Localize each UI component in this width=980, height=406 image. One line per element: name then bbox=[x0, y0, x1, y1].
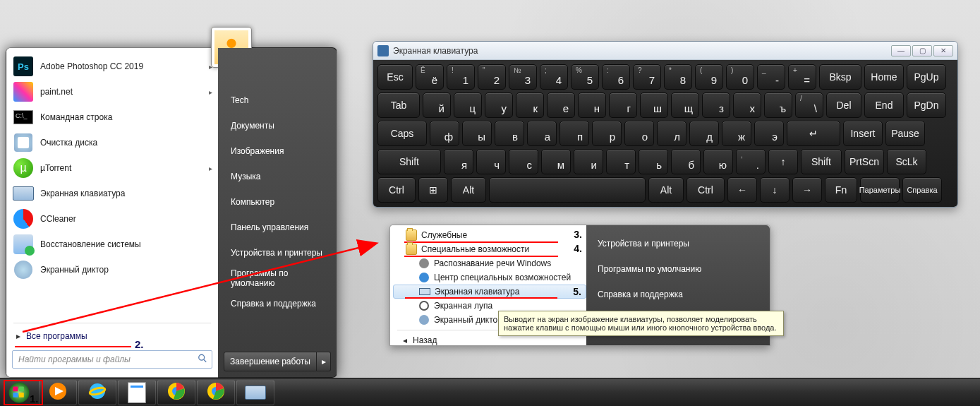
start-app-7[interactable]: Восстановление системы bbox=[8, 232, 217, 257]
start-right-3[interactable]: Музыка bbox=[224, 164, 331, 189]
program-item-3[interactable]: Центр специальных возможностей bbox=[393, 270, 586, 285]
key-к[interactable]: к bbox=[516, 92, 544, 118]
key-м[interactable]: м bbox=[541, 149, 571, 174]
key-↓[interactable]: ↓ bbox=[760, 177, 790, 203]
key-Pause[interactable]: Pause bbox=[885, 121, 925, 146]
minimize-button[interactable]: — bbox=[891, 45, 911, 56]
key-д[interactable]: д bbox=[689, 121, 719, 146]
program-item-2[interactable]: Распознавание речи Windows bbox=[393, 256, 586, 270]
key-=[interactable]: += bbox=[788, 64, 816, 90]
key-х[interactable]: х bbox=[733, 92, 761, 118]
key-и[interactable]: и bbox=[574, 149, 603, 174]
key-Параметры[interactable]: Параметры bbox=[860, 177, 900, 203]
key-щ[interactable]: щ bbox=[671, 92, 699, 118]
key-в[interactable]: в bbox=[495, 121, 524, 146]
key-⊞[interactable]: ⊞ bbox=[418, 177, 448, 203]
start-app-5[interactable]: Экранная клавиатура bbox=[8, 181, 217, 206]
key-2[interactable]: "2 bbox=[478, 64, 506, 90]
key-о[interactable]: о bbox=[624, 121, 654, 146]
program-item-4[interactable]: Экранная клавиатура5. bbox=[393, 285, 586, 299]
key-ы[interactable]: ы bbox=[462, 121, 492, 146]
sm2-right-2[interactable]: Справка и поддержка bbox=[592, 282, 764, 307]
key-End[interactable]: End bbox=[864, 92, 904, 118]
key-7[interactable]: ?7 bbox=[633, 64, 661, 90]
key-PgDn[interactable]: PgDn bbox=[907, 92, 946, 118]
key-Shift[interactable]: Shift bbox=[377, 149, 441, 174]
key-.[interactable]: ,. bbox=[736, 149, 766, 174]
key-а[interactable]: а bbox=[527, 121, 557, 146]
key-ъ[interactable]: ъ bbox=[764, 92, 792, 118]
key-Ctrl[interactable]: Ctrl bbox=[686, 177, 725, 203]
start-right-7[interactable]: Программы по умолчанию bbox=[224, 265, 331, 291]
start-app-2[interactable]: C:\_Командная строка bbox=[8, 105, 217, 130]
key-ScLk[interactable]: ScLk bbox=[887, 149, 926, 174]
key-Esc[interactable]: Esc bbox=[377, 64, 413, 90]
close-button[interactable]: ✕ bbox=[933, 45, 953, 56]
sm2-right-0[interactable]: Устройства и принтеры bbox=[592, 231, 764, 256]
key-ж[interactable]: ж bbox=[722, 121, 751, 146]
key-8[interactable]: *8 bbox=[664, 64, 692, 90]
key-Справка[interactable]: Справка bbox=[902, 177, 942, 203]
key-я[interactable]: я bbox=[444, 149, 473, 174]
key-с[interactable]: с bbox=[509, 149, 538, 174]
key-Alt[interactable]: Alt bbox=[648, 177, 684, 203]
key-←[interactable]: ← bbox=[727, 177, 757, 203]
key-э[interactable]: э bbox=[754, 121, 784, 146]
start-app-8[interactable]: Экранный диктор bbox=[8, 257, 217, 282]
key-1[interactable]: !1 bbox=[447, 64, 475, 90]
key-3[interactable]: №3 bbox=[509, 64, 537, 90]
key-blank[interactable] bbox=[489, 177, 646, 203]
key-→[interactable]: → bbox=[792, 177, 822, 203]
sm2-right-1[interactable]: Программы по умолчанию bbox=[592, 256, 764, 282]
start-app-0[interactable]: PsAdobe Photoshop CC 2019▸ bbox=[8, 54, 217, 79]
key-т[interactable]: т bbox=[606, 149, 636, 174]
key-Del[interactable]: Del bbox=[826, 92, 861, 118]
key-4[interactable]: ;4 bbox=[540, 64, 568, 90]
taskbar-item-ie[interactable] bbox=[78, 380, 116, 405]
key-г[interactable]: г bbox=[609, 92, 637, 118]
program-item-1[interactable]: Специальные возможности4. bbox=[393, 242, 586, 256]
maximize-button[interactable]: ▢ bbox=[912, 45, 932, 56]
key-ш[interactable]: ш bbox=[640, 92, 668, 118]
key--[interactable]: _- bbox=[757, 64, 785, 90]
key-PgUp[interactable]: PgUp bbox=[907, 64, 946, 90]
start-right-8[interactable]: Справка и поддержка bbox=[224, 291, 331, 316]
start-app-4[interactable]: µµTorrent▸ bbox=[8, 155, 217, 181]
osk-titlebar[interactable]: Экранная клавиатура — ▢ ✕ bbox=[373, 42, 957, 60]
key-Fn[interactable]: Fn bbox=[825, 177, 857, 203]
taskbar-item-libre[interactable] bbox=[118, 380, 156, 405]
taskbar-item-chrome2[interactable] bbox=[197, 380, 235, 405]
program-item-0[interactable]: Служебные3. bbox=[393, 228, 586, 242]
start-app-1[interactable]: paint.net▸ bbox=[8, 79, 217, 105]
key-\[interactable]: /\ bbox=[795, 92, 823, 118]
taskbar-item-osk[interactable] bbox=[236, 380, 274, 405]
start-right-4[interactable]: Компьютер bbox=[224, 189, 331, 215]
key-п[interactable]: п bbox=[559, 121, 589, 146]
start-app-3[interactable]: Очистка диска bbox=[8, 130, 217, 155]
key-ч[interactable]: ч bbox=[476, 149, 506, 174]
key-ю[interactable]: ю bbox=[703, 149, 733, 174]
key-Caps[interactable]: Caps bbox=[377, 121, 427, 146]
key-л[interactable]: л bbox=[657, 121, 686, 146]
key-Ctrl[interactable]: Ctrl bbox=[377, 177, 416, 203]
key-Tab[interactable]: Tab bbox=[377, 92, 420, 118]
key-й[interactable]: й bbox=[423, 92, 451, 118]
taskbar-item-wmp[interactable] bbox=[39, 380, 77, 405]
start-right-6[interactable]: Устройства и принтеры bbox=[224, 240, 331, 265]
all-programs-button[interactable]: ▸ Все программы 2. bbox=[8, 326, 217, 346]
key-Bksp[interactable]: Bksp bbox=[819, 64, 861, 90]
start-right-2[interactable]: Изображения bbox=[224, 138, 331, 164]
key-Shift[interactable]: Shift bbox=[801, 149, 842, 174]
key-е[interactable]: е bbox=[547, 92, 575, 118]
key-↑[interactable]: ↑ bbox=[768, 149, 798, 174]
key-Home[interactable]: Home bbox=[864, 64, 904, 90]
start-right-0[interactable]: Tech bbox=[224, 88, 331, 113]
key-р[interactable]: р bbox=[592, 121, 622, 146]
key-з[interactable]: з bbox=[702, 92, 730, 118]
start-right-5[interactable]: Панель управления bbox=[224, 215, 331, 240]
shutdown-menu-button[interactable]: ▸ bbox=[317, 352, 331, 371]
key-5[interactable]: %5 bbox=[571, 64, 599, 90]
start-right-1[interactable]: Документы bbox=[224, 113, 331, 138]
key-ц[interactable]: ц bbox=[454, 92, 482, 118]
key-↵[interactable]: ↵ bbox=[787, 121, 840, 146]
